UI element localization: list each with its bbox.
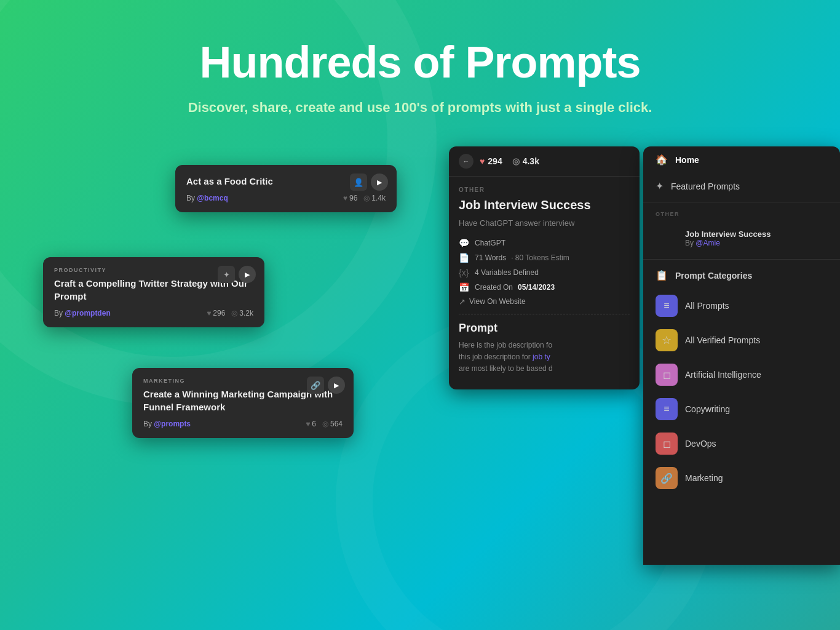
divider-2 <box>643 259 840 260</box>
category-verified[interactable]: ☆ All Verified Prompts <box>643 323 840 357</box>
twitter-stats: ♥ 296 ◎ 3.2k <box>207 309 253 317</box>
ai-icon: ◻ <box>656 364 678 386</box>
job-panel-body: OTHER Job Interview Success Have ChatGPT… <box>449 177 640 389</box>
job-panel-title: Job Interview Success <box>459 198 630 212</box>
external-link-icon: ↗ <box>459 297 466 306</box>
job-platform: 💬 ChatGPT <box>459 238 630 248</box>
prompt-text: Here is the job description fo this job … <box>459 340 630 375</box>
job-panel-stats: ♥ 294 ◎ 4.3k <box>480 156 630 166</box>
food-critic-stats: ♥ 96 ◎ 1.4k <box>343 194 386 202</box>
sidebar-item-featured[interactable]: ✦ Featured Prompts <box>643 173 840 199</box>
devops-icon: ◻ <box>656 433 678 455</box>
marketing-author: By @prompts <box>143 420 191 428</box>
all-prompts-icon: ≡ <box>656 295 678 317</box>
featured-icon: ✦ <box>656 180 664 192</box>
other-section-label: OTHER <box>643 205 840 220</box>
job-interview-panel: ← ♥ 294 ◎ 4.3k OTHER Job Interview Succe… <box>449 146 640 389</box>
cards-container: 👤 ▶ Act as a Food Critic By @bcmcq ♥ 96 … <box>0 146 840 552</box>
job-description: Have ChatGPT answer interview <box>459 217 630 229</box>
home-icon: 🏠 <box>656 154 668 165</box>
job-variables: {x} 4 Variables Defined <box>459 268 630 277</box>
food-critic-author: By @bcmcq <box>186 194 228 202</box>
sparkle-icon: ✦ <box>218 266 235 283</box>
sidebar-job-title: Job Interview Success <box>685 229 771 239</box>
verified-icon: ☆ <box>656 329 678 351</box>
view-website-link[interactable]: ↗ View On Website <box>459 297 630 314</box>
sidebar-job-author: By @Amie <box>685 239 771 247</box>
twitter-card[interactable]: ✦ ▶ PRODUCTIVITY Craft a Compelling Twit… <box>43 257 264 327</box>
prompt-section: Prompt Here is the job description fo th… <box>459 322 630 380</box>
job-other-label: OTHER <box>459 186 630 193</box>
play-button-twitter[interactable]: ▶ <box>239 266 256 283</box>
divider-1 <box>643 202 840 202</box>
marketing-icon: 🔗 <box>656 467 678 489</box>
category-all-prompts[interactable]: ≡ All Prompts <box>643 289 840 323</box>
play-button[interactable]: ▶ <box>371 173 388 191</box>
job-likes: ♥ 294 <box>480 156 502 166</box>
job-created: 📅 Created On 05/14/2023 <box>459 282 630 292</box>
main-content: Hundreds of Prompts Discover, share, cre… <box>0 0 840 552</box>
job-words-tokens: 📄 71 Words · 80 Tokens Estim <box>459 253 630 263</box>
play-button-marketing[interactable]: ▶ <box>328 377 345 394</box>
categories-icon: 📋 <box>656 269 668 281</box>
sidebar-item-home[interactable]: 🏠 Home <box>643 146 840 173</box>
copywriting-icon: ≡ <box>656 398 678 420</box>
job-panel-header: ← ♥ 294 ◎ 4.3k <box>449 146 640 177</box>
category-copywriting[interactable]: ≡ Copywriting <box>643 392 840 426</box>
categories-header: 📋 Prompt Categories <box>643 262 840 289</box>
link-icon: 🔗 <box>307 377 324 394</box>
marketing-stats: ♥ 6 ◎ 564 <box>306 420 343 428</box>
category-devops[interactable]: ◻ DevOps <box>643 426 840 461</box>
back-button[interactable]: ← <box>459 154 473 169</box>
twitter-author: By @promptden <box>54 309 111 317</box>
job-views: ◎ 4.3k <box>512 156 539 166</box>
sidebar-item-job-interview[interactable]: Job Interview Success By @Amie <box>643 220 840 257</box>
prompt-section-title: Prompt <box>459 322 630 335</box>
user-icon: 👤 <box>350 173 367 191</box>
marketing-card[interactable]: 🔗 ▶ MARKETING Create a Winning Marketing… <box>132 368 354 438</box>
main-subheadline: Discover, share, create and use 100's of… <box>188 100 652 116</box>
category-marketing[interactable]: 🔗 Marketing <box>643 461 840 495</box>
category-ai[interactable]: ◻ Artificial Intelligence <box>643 357 840 392</box>
sidebar-panel: 🏠 Home ✦ Featured Prompts OTHER Job Inte… <box>643 146 840 565</box>
main-headline: Hundreds of Prompts <box>199 37 640 87</box>
food-critic-card[interactable]: 👤 ▶ Act as a Food Critic By @bcmcq ♥ 96 … <box>175 165 397 212</box>
